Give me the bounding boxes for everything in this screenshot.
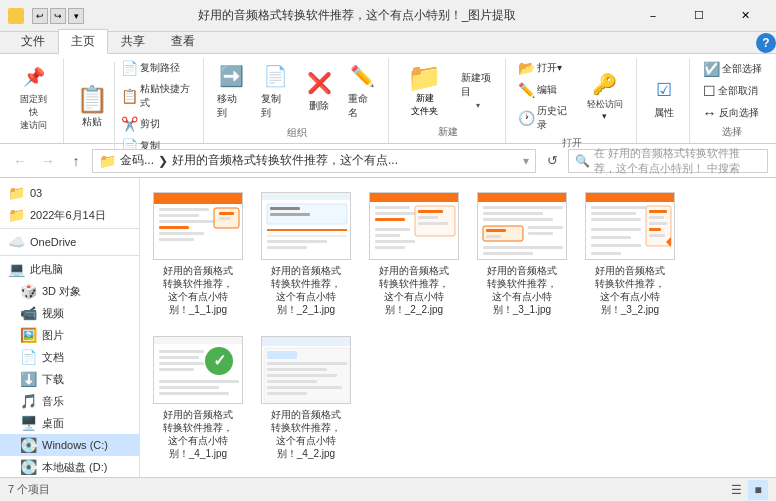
sidebar-item-this-pc[interactable]: 💻 此电脑 [0,258,139,280]
delete-button[interactable]: ❌ 删除 [300,65,339,117]
svg-rect-79 [267,380,317,383]
sidebar-item-windows-c[interactable]: 💽 Windows (C:) [0,434,139,456]
documents-icon: 📄 [20,349,36,365]
sidebar-item-local-d[interactable]: 💽 本地磁盘 (D:) [0,456,139,477]
maximize-button[interactable]: ☐ [676,0,722,32]
sidebar-item-onedrive[interactable]: ☁️ OneDrive [0,231,139,253]
svg-rect-29 [375,228,410,231]
new-folder-button[interactable]: 📁 新建文件夹 [397,60,453,122]
sidebar-label-pictures: 图片 [42,328,64,343]
undo-btn[interactable]: ↪ [50,8,66,24]
tab-home[interactable]: 主页 [58,29,108,54]
cut-button[interactable]: ✂️ 剪切 [117,114,197,134]
paste-label: 粘贴 [82,115,102,129]
svg-rect-7 [159,238,194,241]
file-item-3[interactable]: 好用的音频格式转换软件推荐，这个有点小特别！_2_2.jpg [364,186,464,322]
new-item-button[interactable]: 新建项目 ▾ [457,69,500,112]
file-item-4[interactable]: 好用的音频格式转换软件推荐，这个有点小特别！_3_1.jpg [472,186,572,322]
up-button[interactable]: ↑ [64,149,88,173]
clipboard-content: 📋 粘贴 📄 复制路径 📋 粘贴快捷方式 ✂️ 剪切 📄 [72,58,197,156]
close-button[interactable]: ✕ [722,0,768,32]
svg-rect-21 [370,192,458,202]
svg-rect-36 [483,212,543,215]
onedrive-icon: ☁️ [8,234,24,250]
help-button[interactable]: ? [756,33,776,53]
folder-icon-03: 📁 [8,185,24,201]
move-to-button[interactable]: ➡️ 移动到 [211,58,251,124]
tab-view[interactable]: 查看 [158,29,208,53]
svg-rect-52 [649,216,664,219]
file-thumbnail-5 [585,192,675,260]
file-item-6[interactable]: ✓ 好用的音频格式转换软件推荐，这个有点小特别！_4_1.jpg [148,330,248,466]
svg-rect-41 [528,226,563,229]
sidebar-item-pictures[interactable]: 🖼️ 图片 [0,324,139,346]
refresh-button[interactable]: ↺ [540,149,564,173]
back-button[interactable]: ← [8,149,32,173]
history-button[interactable]: 🕐 历史记录 [514,102,577,134]
paste-button[interactable]: 📋 粘贴 [72,81,112,133]
new-label-group: 新建 [438,123,458,139]
sidebar-label-onedrive: OneDrive [30,236,76,248]
sidebar-item-downloads[interactable]: ⬇️ 下载 [0,368,139,390]
ribbon-group-select: ☑️ 全部选择 ☐ 全部取消 ↔️ 反向选择 选择 [692,58,772,143]
sidebar-item-videos[interactable]: 📹 视频 [0,302,139,324]
sidebar-item-3d[interactable]: 🎲 3D 对象 [0,280,139,302]
file-item-7[interactable]: 好用的音频格式转换软件推荐，这个有点小特别！_4_2.jpg [256,330,356,466]
address-path[interactable]: 📁 金码... ❯ 好用的音频格式转换软件推荐，这个有点... ▾ [92,149,536,173]
sidebar-item-desktop[interactable]: 🖥️ 桌面 [0,412,139,434]
file-thumbnail-7 [261,336,351,404]
deselect-all-icon: ☐ [703,83,716,99]
svg-rect-55 [649,234,665,237]
sidebar-item-2022[interactable]: 📁 2022年6月14日 [0,204,139,226]
file-item-2[interactable]: 好用的音频格式转换软件推荐，这个有点小特别！_2_1.jpg [256,186,356,322]
file-item-5[interactable]: 好用的音频格式转换软件推荐，这个有点小特别！_3_2.jpg [580,186,680,322]
tab-share[interactable]: 共享 [108,29,158,53]
downloads-icon: ⬇️ [20,371,36,387]
quick-access-btn[interactable]: ↩ [32,8,48,24]
folder-large-icon: 📁 [407,64,442,92]
svg-rect-26 [418,210,443,213]
properties-button[interactable]: ☑ 属性 [644,72,684,124]
forward-button[interactable]: → [36,149,60,173]
path-dropdown-icon[interactable]: ▾ [523,154,529,168]
details-view-button[interactable]: ☰ [726,480,746,500]
sidebar: 📁 03 📁 2022年6月14日 ☁️ OneDrive 💻 此电脑 🎲 3D… [0,178,140,477]
sidebar-label-2022: 2022年6月14日 [30,208,106,223]
sidebar-item-03[interactable]: 📁 03 [0,182,139,204]
copy-to-button[interactable]: 📄 复制到 [255,58,295,124]
large-icons-view-button[interactable]: ■ [748,480,768,500]
delete-icon: ❌ [305,69,333,97]
easy-access-button[interactable]: 🔑 轻松访问▾ [579,68,630,125]
select-all-button[interactable]: ☑️ 全部选择 [699,59,766,79]
svg-text:✓: ✓ [213,352,226,369]
properties-label: 属性 [654,106,674,120]
svg-rect-68 [159,368,194,371]
svg-rect-58 [591,236,631,239]
svg-rect-67 [159,362,204,365]
search-box[interactable]: 🔍 在 好用的音频格式转换软件推荐，这个有点小特别！ 中搜索 [568,149,768,173]
divider-1 [0,228,139,229]
copy-path-button[interactable]: 📄 复制路径 [117,58,197,78]
svg-rect-27 [418,216,438,219]
address-bar: ← → ↑ 📁 金码... ❯ 好用的音频格式转换软件推荐，这个有点... ▾ … [0,144,776,178]
pin-label: 固定到快速访问 [16,93,51,132]
pin-quick-access-button[interactable]: 📌 固定到快速访问 [10,59,57,136]
invert-select-button[interactable]: ↔️ 反向选择 [699,103,766,123]
down-btn[interactable]: ▾ [68,8,84,24]
open-button[interactable]: 📂 打开▾ [514,58,577,78]
paste-shortcut-button[interactable]: 📋 粘贴快捷方式 [117,80,197,112]
file-thumbnail-4 [477,192,567,260]
search-icon: 🔍 [575,154,590,168]
sidebar-item-documents[interactable]: 📄 文档 [0,346,139,368]
minimize-button[interactable]: − [630,0,676,32]
file-thumbnail-2 [261,192,351,260]
rename-button[interactable]: ✏️ 重命名 [342,58,382,124]
edit-button[interactable]: ✏️ 编辑 [514,80,577,100]
sidebar-item-music[interactable]: 🎵 音乐 [0,390,139,412]
ribbon-group-properties: ☑ 属性 [639,58,690,143]
easy-access-label: 轻松访问▾ [585,98,624,121]
file-item-1[interactable]: 好用的音频格式转换软件推荐，这个有点小特别！_1_1.jpg [148,186,248,322]
deselect-all-button[interactable]: ☐ 全部取消 [699,81,766,101]
tab-file[interactable]: 文件 [8,29,58,53]
history-label: 历史记录 [537,104,573,132]
